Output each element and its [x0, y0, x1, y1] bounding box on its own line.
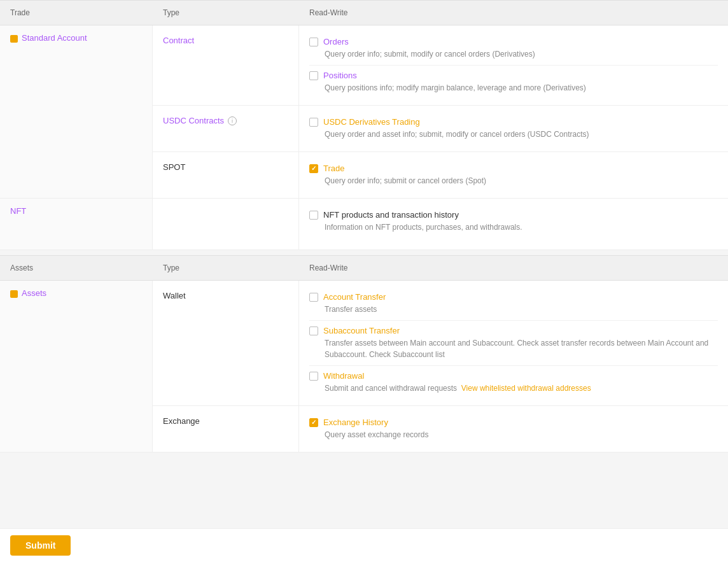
assets-rw-col-header: Read-Write [299, 261, 728, 275]
standard-account-label: Standard Account [10, 33, 87, 43]
subaccount-transfer-permission: Subaccount Transfer Transfer assets betw… [309, 321, 718, 366]
positions-permission: Positions Query positions info; modify m… [309, 66, 718, 99]
trade-name: Trade [323, 164, 344, 173]
usdc-type-row: USDC Contracts i USDC Derivatives Tradin… [153, 106, 728, 152]
exchange-history-label: Exchange History [309, 418, 718, 427]
trade-type-col-header: Type [153, 6, 299, 20]
exchange-type-row: Exchange Exchange History Query asset ex… [153, 406, 728, 452]
contract-permissions: Orders Query order info; submit, modify … [299, 25, 728, 105]
positions-name: Positions [323, 71, 357, 80]
nft-name: NFT [10, 206, 26, 216]
subaccount-transfer-label: Subaccount Transfer [309, 326, 718, 335]
usdc-derivatives-desc: Query order and asset info; submit, modi… [309, 129, 718, 140]
account-transfer-desc: Transfer assets [309, 304, 718, 315]
positions-checkbox[interactable] [309, 71, 318, 80]
spot-permissions: Trade Query order info; submit or cancel… [299, 152, 728, 198]
trade-permission: Trade Query order info; submit or cancel… [309, 158, 718, 192]
assets-group-name: Assets [22, 288, 46, 298]
orders-permission: Orders Query order info; submit, modify … [309, 32, 718, 66]
assets-section-header: Assets Type Read-Write [0, 255, 728, 281]
account-transfer-permission: Account Transfer Transfer assets [309, 287, 718, 321]
page-wrapper: Trade Type Read-Write Standard Account C… [0, 0, 728, 562]
assets-group-label: Assets [10, 288, 46, 298]
assets-col-header: Assets [0, 261, 153, 275]
nft-type-row: NFT products and transaction history Inf… [153, 199, 728, 249]
wallet-type-name: Wallet [163, 291, 186, 300]
standard-account-types: Contract Orders Query order info; submit… [153, 25, 728, 198]
nft-products-checkbox[interactable] [309, 211, 318, 220]
withdrawal-label: Withdrawal [309, 371, 718, 381]
subaccount-transfer-checkbox[interactable] [309, 327, 318, 335]
withdrawal-desc-text: Submit and cancel withdrawal requests [325, 384, 457, 393]
withdrawal-desc: Submit and cancel withdrawal requests Vi… [309, 383, 718, 394]
withdrawal-permission: Withdrawal Submit and cancel withdrawal … [309, 366, 718, 399]
spot-type-row: SPOT Trade Query order info; submit or c… [153, 152, 728, 198]
assets-type-col-header: Type [153, 261, 299, 275]
nft-col: NFT [0, 199, 153, 249]
usdc-derivatives-label: USDC Derivatives Trading [309, 117, 718, 127]
orders-desc: Query order info; submit, modify or canc… [309, 48, 718, 60]
exchange-history-desc: Query asset exchange records [309, 429, 718, 440]
standard-account-col: Standard Account [0, 25, 153, 198]
assets-section-body: Assets Wallet Account Transfer [0, 281, 728, 453]
standard-account-icon [10, 35, 18, 43]
positions-desc: Query positions info; modify margin bala… [309, 82, 718, 94]
standard-account-name: Standard Account [22, 33, 87, 43]
orders-name: Orders [323, 37, 349, 46]
usdc-derivatives-checkbox[interactable] [309, 118, 318, 127]
positions-label: Positions [309, 71, 718, 80]
account-transfer-checkbox[interactable] [309, 293, 318, 302]
usdc-type-cell: USDC Contracts i [153, 106, 299, 151]
withdrawal-link[interactable]: View whitelisted withdrawal addresses [461, 384, 591, 393]
wallet-permissions: Account Transfer Transfer assets Subacco… [299, 281, 728, 405]
exchange-history-permission: Exchange History Query asset exchange re… [309, 412, 718, 446]
wallet-type-cell: Wallet [153, 281, 299, 405]
assets-group-col: Assets [0, 281, 153, 452]
trade-rw-col-header: Read-Write [299, 6, 728, 20]
usdc-derivatives-name: USDC Derivatives Trading [323, 117, 420, 127]
nft-permissions: NFT products and transaction history Inf… [299, 199, 728, 249]
contract-type-name: Contract [163, 36, 194, 45]
standard-account-group: Standard Account Contract Orders [0, 25, 728, 199]
submit-button[interactable]: Submit [10, 535, 71, 556]
wallet-type-row: Wallet Account Transfer Transfer assets [153, 281, 728, 406]
nft-products-name: NFT products and transaction history [323, 210, 459, 220]
exchange-history-name: Exchange History [323, 418, 388, 427]
exchange-type-cell: Exchange [153, 406, 299, 452]
contract-type-row: Contract Orders Query order info; submit… [153, 25, 728, 106]
subaccount-transfer-name: Subaccount Transfer [323, 326, 400, 335]
withdrawal-name: Withdrawal [323, 371, 364, 381]
trade-desc: Query order info; submit or cancel order… [309, 175, 718, 186]
orders-checkbox[interactable] [309, 38, 318, 46]
submit-bar: Submit [0, 528, 728, 562]
usdc-permissions: USDC Derivatives Trading Query order and… [299, 106, 728, 151]
usdc-type-name: USDC Contracts [163, 116, 224, 125]
trade-label: Trade [309, 164, 718, 173]
assets-group-icon [10, 290, 18, 298]
nft-label: NFT [10, 206, 26, 216]
nft-products-permission: NFT products and transaction history Inf… [309, 205, 718, 238]
account-transfer-label: Account Transfer [309, 292, 718, 302]
nft-products-desc: Information on NFT products, purchases, … [309, 221, 718, 233]
nft-type-cell [153, 199, 299, 249]
assets-group-row: Assets Wallet Account Transfer [0, 281, 728, 453]
usdc-info-icon[interactable]: i [228, 116, 237, 125]
exchange-type-name: Exchange [163, 416, 200, 426]
contract-type-cell: Contract [153, 25, 299, 105]
spot-type-name: SPOT [163, 162, 185, 172]
withdrawal-checkbox[interactable] [309, 372, 318, 381]
nft-types: NFT products and transaction history Inf… [153, 199, 728, 249]
orders-label: Orders [309, 37, 718, 46]
trade-col-header: Trade [0, 6, 153, 20]
usdc-derivatives-permission: USDC Derivatives Trading Query order and… [309, 112, 718, 145]
assets-types: Wallet Account Transfer Transfer assets [153, 281, 728, 452]
subaccount-transfer-desc: Transfer assets between Main account and… [309, 337, 718, 360]
nft-products-label: NFT products and transaction history [309, 210, 718, 220]
trade-checkbox[interactable] [309, 164, 318, 173]
exchange-permissions: Exchange History Query asset exchange re… [299, 406, 728, 452]
exchange-history-checkbox[interactable] [309, 418, 318, 427]
trade-section-body: Standard Account Contract Orders [0, 25, 728, 250]
nft-group: NFT NFT products and transaction history… [0, 199, 728, 250]
usdc-type-info: USDC Contracts i [163, 116, 237, 125]
account-transfer-name: Account Transfer [323, 292, 386, 302]
